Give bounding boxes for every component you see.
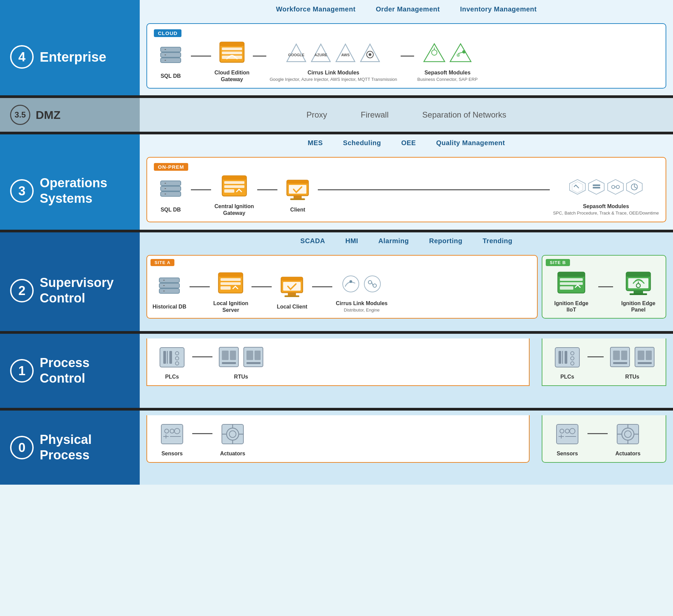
svg-point-49 bbox=[612, 185, 615, 188]
onprem-badge: ON-PREM bbox=[154, 163, 188, 171]
svg-rect-108 bbox=[565, 351, 567, 364]
dmz-row: 3.5 DMZ Proxy Firewall Separation of Net… bbox=[0, 98, 673, 132]
sepasoft-icons bbox=[420, 40, 474, 67]
svg-marker-17 bbox=[361, 44, 379, 62]
local-server-label: Local IgnitionServer bbox=[213, 300, 248, 313]
supervisory-content: SITE A Historical DB bbox=[140, 250, 673, 331]
comp-edge-panel: Ignition EdgePanel bbox=[616, 270, 660, 313]
site-b-badge: SITE B bbox=[546, 259, 570, 266]
svg-rect-120 bbox=[161, 424, 183, 444]
svg-point-19 bbox=[369, 53, 371, 56]
svg-rect-8 bbox=[222, 47, 242, 50]
svg-rect-0 bbox=[161, 47, 181, 52]
comp-cirrus-link: GOOGLE AZURE AWS bbox=[270, 40, 397, 83]
process-control-label: Process Control bbox=[40, 355, 90, 386]
enterprise-content: CLOUD SQL DB Cloud bbox=[140, 19, 673, 95]
operations-main-row: 3 Operations Systems ON-PREM SQL DB bbox=[0, 152, 673, 230]
operations-label: Operations Systems bbox=[40, 175, 107, 206]
connector-2 bbox=[253, 56, 266, 57]
comp-actuators-b: Actuators bbox=[611, 421, 645, 457]
svg-rect-28 bbox=[161, 186, 181, 191]
divider-ops-supervisory bbox=[0, 230, 673, 232]
rtus-a-icon bbox=[216, 344, 266, 371]
supervisory-main-row: 2 Supervisory Control SITE A bbox=[0, 250, 673, 331]
site-b-supervisory: SITE B Ignition EdgeIIoT bbox=[542, 255, 666, 319]
plcs-b-icon bbox=[552, 344, 582, 371]
dmz-sidebar: 3.5 DMZ bbox=[0, 98, 140, 132]
physical-sidebar: 0 Physical Process bbox=[0, 411, 140, 485]
label-quality: Quality Management bbox=[436, 139, 505, 147]
process-control-content: PLCs RTUs bbox=[140, 334, 673, 408]
comp-cirrus-link-sup: Cirrus Link Modules Distributor, Engine bbox=[336, 270, 388, 313]
sql-db-label: SQL DB bbox=[161, 73, 181, 79]
rtus-b-label: RTUs bbox=[625, 374, 639, 380]
dmz-proxy: Proxy bbox=[306, 110, 327, 120]
physical-site-b-row: Sensors Actuators bbox=[550, 421, 658, 457]
label-scada: SCADA bbox=[300, 237, 325, 245]
svg-rect-9 bbox=[222, 52, 242, 54]
comp-sepasoft: Sepasoft Modules Business Connector, SAP… bbox=[417, 40, 478, 83]
local-server-icon bbox=[215, 270, 246, 297]
connector-sup-2 bbox=[251, 286, 272, 287]
local-client-label: Local Client bbox=[277, 303, 307, 310]
enterprise-main-row: 4 Enterprise CLOUD SQL DB bbox=[0, 19, 673, 95]
label-alarming: Alarming bbox=[378, 237, 409, 245]
edge-panel-icon bbox=[623, 270, 653, 297]
operations-content: ON-PREM SQL DB Cent bbox=[140, 152, 673, 230]
enterprise-top-labels: Workforce Management Order Management In… bbox=[140, 3, 673, 15]
sensors-b-icon bbox=[552, 421, 582, 448]
client-ops-icon bbox=[282, 177, 313, 204]
edge-iiot-icon bbox=[556, 270, 586, 297]
operations-box: ON-PREM SQL DB Cent bbox=[146, 157, 666, 222]
pc-site-b-row: PLCs RTUs bbox=[550, 344, 658, 380]
site-b-components: Ignition EdgeIIoT Ignition EdgePanel bbox=[548, 270, 660, 313]
svg-rect-114 bbox=[621, 351, 627, 360]
svg-rect-118 bbox=[646, 351, 652, 360]
label-mes: MES bbox=[308, 139, 323, 147]
enterprise-section: Workforce Management Order Management In… bbox=[0, 0, 673, 19]
comp-actuators-a: Actuators bbox=[216, 421, 249, 457]
edge-panel-label: Ignition EdgePanel bbox=[621, 300, 655, 313]
comp-edge-iiot: Ignition EdgeIIoT bbox=[548, 270, 595, 313]
pc-gap bbox=[534, 338, 538, 386]
svg-rect-46 bbox=[593, 185, 600, 186]
svg-rect-71 bbox=[284, 295, 299, 297]
connector-3 bbox=[401, 56, 414, 57]
svg-rect-65 bbox=[221, 282, 241, 285]
physical-site-a: Sensors Actuators bbox=[146, 415, 530, 463]
enterprise-box: CLOUD SQL DB Cloud bbox=[146, 23, 666, 89]
comp-sql-db-ops: SQL DB bbox=[154, 177, 188, 213]
connector-sup-1 bbox=[190, 286, 210, 287]
site-a-badge: SITE A bbox=[150, 259, 174, 266]
svg-rect-103 bbox=[255, 351, 261, 360]
svg-rect-35 bbox=[224, 181, 244, 184]
sepasoft-ops-label: Sepasoft Modules bbox=[583, 203, 629, 209]
svg-point-24 bbox=[457, 54, 460, 57]
svg-rect-70 bbox=[288, 293, 296, 295]
actuators-b-icon bbox=[613, 421, 643, 448]
svg-rect-91 bbox=[163, 351, 166, 364]
cirrus-link-sublabel: Google Injector, Azure Injector, AWS Inj… bbox=[270, 77, 397, 83]
label-order: Order Management bbox=[376, 5, 440, 13]
google-icon: GOOGLE bbox=[285, 43, 307, 64]
connector-siteb-1 bbox=[598, 286, 613, 287]
site-a-components: Historical DB Local IgnitionServer bbox=[153, 270, 532, 313]
svg-rect-41 bbox=[294, 196, 302, 198]
svg-rect-117 bbox=[638, 351, 644, 360]
cloud-badge: CLOUD bbox=[154, 29, 181, 37]
svg-rect-2 bbox=[161, 58, 181, 63]
sql-db-ops-icon bbox=[156, 177, 186, 204]
connector-ops-1 bbox=[191, 189, 211, 190]
ops-section: MES Scheduling OEE Quality Management bbox=[0, 134, 673, 152]
comp-client-ops: Client bbox=[281, 177, 314, 213]
operations-sidebar: 3 Operations Systems bbox=[0, 152, 140, 230]
physical-site-b: Sensors Actuators bbox=[542, 415, 666, 463]
enterprise-label: Enterprise bbox=[40, 49, 106, 65]
connector-pc-b bbox=[587, 356, 604, 357]
comp-rtus-a: RTUs bbox=[216, 344, 266, 380]
dmz-firewall: Firewall bbox=[361, 110, 389, 120]
cirrus-link-label: Cirrus Link Modules bbox=[307, 69, 359, 76]
enterprise-top-area: Workforce Management Order Management In… bbox=[140, 0, 673, 19]
enterprise-components: SQL DB Cloud EditionGateway bbox=[154, 40, 659, 83]
comp-sensors-b: Sensors bbox=[550, 421, 584, 457]
